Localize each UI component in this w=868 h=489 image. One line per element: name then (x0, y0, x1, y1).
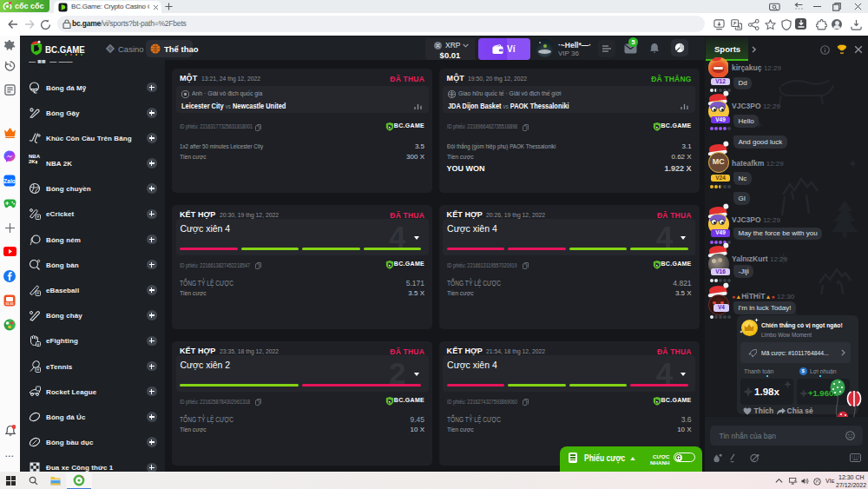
svg-text:Zalo: Zalo (3, 178, 15, 184)
svg-text:55.55: 55.55 (6, 302, 14, 306)
